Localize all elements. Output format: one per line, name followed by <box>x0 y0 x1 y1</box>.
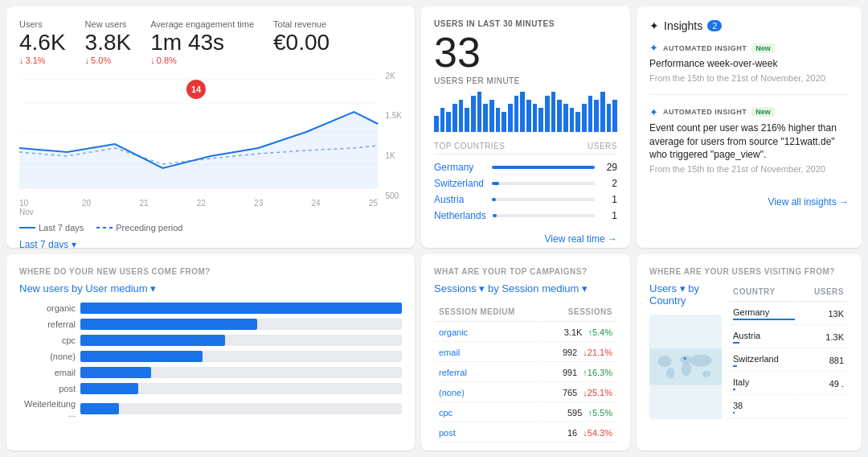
mini-bar <box>600 92 605 132</box>
hbar-label: referral <box>19 319 76 329</box>
country-bar-fill <box>492 198 496 201</box>
col-session-medium: SESSION MEDIUM <box>436 304 542 322</box>
svg-point-11 <box>690 354 712 366</box>
hbar-wrap <box>80 351 402 362</box>
mini-bar <box>496 108 501 132</box>
table-row: referral 991 ↑16.3% <box>436 364 616 382</box>
main-chart: 14 2K 1.5K 1K <box>19 72 402 216</box>
col-users: USERS <box>800 284 847 302</box>
users-cell: 13K <box>800 303 847 325</box>
session-medium-cell[interactable]: referral <box>436 364 542 382</box>
country-name: Austria <box>434 194 485 205</box>
visiting-card: WHERE ARE YOUR USERS VISITING FROM? User… <box>637 254 862 451</box>
mini-bar <box>446 112 451 132</box>
stats-row: Users 4.6K 3.1% New users 3.8K 5.0% Aver… <box>19 19 402 65</box>
hbar-label: post <box>19 384 76 393</box>
new-users-chart-title[interactable]: New users by User medium ▾ <box>19 282 402 294</box>
country-bar-fill <box>492 182 499 185</box>
mini-bar <box>533 104 538 132</box>
mini-bar <box>489 100 494 132</box>
hbar-row: organic <box>19 303 402 314</box>
session-medium-cell[interactable]: cpc <box>436 404 542 422</box>
country-bar-wrap <box>492 166 595 169</box>
mini-bar <box>607 104 612 132</box>
hbar-row: (none) <box>19 351 402 362</box>
sessions-cell: 3.1K ↑5.4% <box>543 323 616 342</box>
new-users-card: WHERE DO YOUR NEW USERS COME FROM? New u… <box>6 254 415 451</box>
world-map <box>649 315 722 419</box>
mini-bar <box>440 108 445 132</box>
country-count: 2 <box>601 178 617 189</box>
hbar-label: organic <box>19 303 76 313</box>
new-badge: New <box>751 43 775 53</box>
session-medium-cell[interactable]: email <box>436 344 542 362</box>
sessions-cell: 992 ↓21.1% <box>543 344 616 362</box>
session-medium-cell[interactable]: (none) <box>436 384 542 402</box>
countries-list: Germany 29 Switzerland 2 Austria 1 Nethe… <box>434 159 617 224</box>
country-bar-fill <box>493 214 497 217</box>
users-change: 3.1% <box>19 56 66 65</box>
mini-bar <box>471 96 476 132</box>
svg-point-14 <box>684 358 686 360</box>
chart-legend: Last 7 days Preceding period <box>19 223 402 233</box>
legend-line-solid <box>19 227 35 228</box>
chart-badge: 14 <box>186 80 206 99</box>
hbar-fill <box>80 303 402 314</box>
hbar-fill <box>80 351 203 362</box>
insight-item: ✦ AUTOMATED INSIGHT New Performance week… <box>649 42 849 95</box>
country-bar <box>733 342 739 344</box>
country-count: 1 <box>601 194 617 205</box>
chart-y-labels: 2K 1.5K 1K 500 <box>385 72 402 216</box>
hbar-chart: organic referral cpc (none) email post W… <box>19 303 402 418</box>
new-users-change: 5.0% <box>85 56 132 65</box>
session-medium-cell[interactable]: organic <box>436 323 542 342</box>
sessions-cell: 991 ↑16.3% <box>543 364 616 382</box>
hbar-row: Weiterleitung ... <box>19 399 402 418</box>
country-bar-fill <box>492 166 595 169</box>
hbar-wrap <box>80 335 402 346</box>
insight-type: AUTOMATED INSIGHT <box>663 44 747 52</box>
campaigns-table: SESSION MEDIUM SESSIONS organic 3.1K ↑5.… <box>434 303 617 444</box>
insight-text: Performance week-over-week <box>649 57 849 71</box>
stat-users: Users 4.6K 3.1% <box>19 19 66 65</box>
legend-line-dashed <box>96 227 113 228</box>
country-cell: Switzerland <box>730 350 798 372</box>
view-realtime-link[interactable]: View real time → <box>434 233 617 245</box>
campaigns-chart-title[interactable]: Sessions ▾ by Session medium ▾ <box>434 282 617 294</box>
mini-bar <box>526 100 531 132</box>
svg-point-9 <box>666 368 674 379</box>
realtime-card: USERS IN LAST 30 MINUTES 33 USERS PER MI… <box>421 6 630 248</box>
realtime-title: USERS IN LAST 30 MINUTES <box>434 19 617 28</box>
mini-bar <box>434 116 439 132</box>
arrow-down-icon <box>19 56 24 65</box>
mini-bar <box>483 104 488 132</box>
hbar-wrap <box>80 383 402 394</box>
hbar-label: cpc <box>19 336 76 345</box>
visiting-chart-title[interactable]: Users ▾ by Country <box>649 282 722 307</box>
arrow-down-icon <box>150 56 155 65</box>
hbar-label: email <box>19 368 76 377</box>
country-bar <box>733 412 735 414</box>
mini-bar <box>570 108 575 132</box>
chart-x-labels: 10Nov 20 21 22 23 24 25 <box>19 199 378 216</box>
arrow-down-icon <box>85 56 90 65</box>
insights-header: ✦ Insights 2 <box>649 19 849 32</box>
users-cell: 49 . <box>800 373 847 395</box>
country-bar <box>733 319 795 320</box>
date-filter[interactable]: Last 7 days ▾ <box>19 239 402 248</box>
view-all-insights-link[interactable]: View all insights → <box>649 196 849 208</box>
mini-bar <box>563 104 568 132</box>
legend-solid: Last 7 days <box>19 223 84 233</box>
col-country: COUNTRY <box>730 284 798 302</box>
mini-bar <box>520 92 525 132</box>
country-count: 1 <box>601 210 617 221</box>
insights-card: ✦ Insights 2 ✦ AUTOMATED INSIGHT New Per… <box>637 6 862 248</box>
mini-bar <box>612 100 617 132</box>
mini-bar <box>502 112 506 132</box>
mini-bar <box>477 92 482 132</box>
session-medium-cell[interactable]: post <box>436 424 542 443</box>
hbar-label: Weiterleitung ... <box>19 399 76 418</box>
country-cell: Germany <box>730 303 798 325</box>
insight-item: ✦ AUTOMATED INSIGHT New Event count per … <box>649 106 849 185</box>
hbar-fill <box>80 403 119 414</box>
